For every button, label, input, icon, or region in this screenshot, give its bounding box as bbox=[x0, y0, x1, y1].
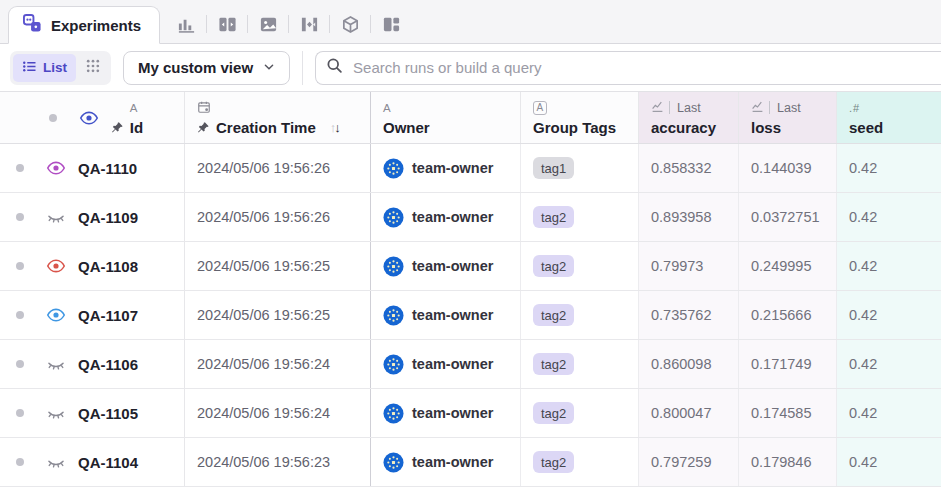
owner-avatar bbox=[383, 256, 404, 277]
float-type-icon: .# bbox=[849, 102, 860, 114]
widgets-icon[interactable] bbox=[371, 9, 411, 39]
datetime-type-icon bbox=[197, 100, 211, 116]
float-series-type-icon bbox=[751, 100, 764, 115]
group-tag[interactable]: tag1 bbox=[533, 157, 574, 179]
compare-icon[interactable] bbox=[207, 9, 247, 39]
artifacts-icon[interactable] bbox=[330, 9, 370, 39]
float-series-type-icon bbox=[651, 100, 664, 115]
string-set-type-icon: A bbox=[533, 101, 547, 115]
owner-name: team-owner bbox=[412, 454, 493, 470]
group-tag[interactable]: tag2 bbox=[533, 353, 574, 375]
eye-icon[interactable] bbox=[46, 256, 66, 276]
header-id[interactable]: A Id bbox=[0, 92, 185, 143]
eye-icon[interactable] bbox=[46, 207, 66, 227]
owner-name: team-owner bbox=[412, 258, 493, 274]
eye-icon[interactable] bbox=[46, 354, 66, 374]
table-row[interactable]: QA-1110 2024/05/06 19:56:26 team-owner t… bbox=[0, 144, 941, 193]
owner-name: team-owner bbox=[412, 405, 493, 421]
header-loss-label: loss bbox=[751, 119, 781, 136]
parallel-coordinates-icon[interactable] bbox=[289, 9, 329, 39]
group-tag[interactable]: tag2 bbox=[533, 206, 574, 228]
owner-avatar bbox=[383, 354, 404, 375]
loss-value: 0.0372751 bbox=[751, 209, 820, 225]
accuracy-value: 0.735762 bbox=[651, 307, 711, 323]
seed-value: 0.42 bbox=[849, 209, 877, 225]
eye-icon[interactable] bbox=[46, 403, 66, 423]
pin-icon bbox=[111, 121, 124, 134]
accuracy-value: 0.797259 bbox=[651, 454, 711, 470]
sort-icons[interactable]: ↑↓ bbox=[330, 120, 339, 135]
header-creation-time[interactable]: Creation Time ↑↓ bbox=[185, 92, 371, 143]
header-owner[interactable]: A Owner bbox=[371, 92, 521, 143]
header-group-tags[interactable]: A Group Tags bbox=[521, 92, 639, 143]
accuracy-value: 0.79973 bbox=[651, 258, 703, 274]
search-box[interactable] bbox=[315, 51, 941, 85]
string-type-icon: A bbox=[130, 102, 138, 114]
search-icon bbox=[326, 57, 343, 78]
owner-avatar bbox=[383, 452, 404, 473]
row-bullet bbox=[16, 262, 24, 270]
toolbar: List My custom view bbox=[0, 44, 941, 91]
list-view-button[interactable]: List bbox=[13, 54, 76, 82]
owner-name: team-owner bbox=[412, 209, 493, 225]
table-row[interactable]: QA-1105 2024/05/06 19:56:24 team-owner t… bbox=[0, 389, 941, 438]
tab-experiments[interactable]: Experiments bbox=[8, 6, 160, 44]
aggregation-label: Last bbox=[777, 101, 801, 115]
charts-icon[interactable] bbox=[166, 9, 206, 39]
header-accuracy[interactable]: Last accuracy bbox=[639, 92, 739, 143]
owner-avatar bbox=[383, 207, 404, 228]
eye-icon[interactable] bbox=[46, 158, 66, 178]
table-row[interactable]: QA-1108 2024/05/06 19:56:25 team-owner t… bbox=[0, 242, 941, 291]
table-row[interactable]: QA-1106 2024/05/06 19:56:24 team-owner t… bbox=[0, 340, 941, 389]
grid-icon bbox=[85, 58, 101, 77]
run-id[interactable]: QA-1108 bbox=[78, 258, 138, 275]
row-bullet bbox=[49, 114, 57, 122]
row-bullet bbox=[16, 164, 24, 172]
run-id[interactable]: QA-1106 bbox=[78, 356, 138, 373]
table-row[interactable]: QA-1109 2024/05/06 19:56:26 team-owner t… bbox=[0, 193, 941, 242]
search-input[interactable] bbox=[353, 59, 931, 76]
view-mode-switcher: List bbox=[10, 51, 111, 85]
group-tag[interactable]: tag2 bbox=[533, 304, 574, 326]
owner-avatar bbox=[383, 158, 404, 179]
loss-value: 0.171749 bbox=[751, 356, 811, 372]
eye-icon[interactable] bbox=[46, 452, 66, 472]
header-group-tags-label: Group Tags bbox=[533, 119, 616, 136]
visibility-eye-icon[interactable] bbox=[79, 108, 99, 128]
table-row[interactable]: QA-1107 2024/05/06 19:56:25 team-owner t… bbox=[0, 291, 941, 340]
aggregation-label: Last bbox=[677, 101, 701, 115]
owner-name: team-owner bbox=[412, 356, 493, 372]
table-row[interactable]: QA-1104 2024/05/06 19:56:23 team-owner t… bbox=[0, 438, 941, 487]
row-bullet bbox=[16, 311, 24, 319]
run-id[interactable]: QA-1107 bbox=[78, 307, 138, 324]
images-icon[interactable] bbox=[248, 9, 288, 39]
header-owner-label: Owner bbox=[383, 119, 430, 136]
run-id[interactable]: QA-1104 bbox=[78, 454, 138, 471]
owner-avatar bbox=[383, 403, 404, 424]
run-id[interactable]: QA-1110 bbox=[78, 160, 137, 177]
eye-icon[interactable] bbox=[46, 305, 66, 325]
creation-time-value: 2024/05/06 19:56:23 bbox=[197, 454, 330, 470]
tab-experiments-label: Experiments bbox=[51, 17, 141, 34]
creation-time-value: 2024/05/06 19:56:26 bbox=[197, 209, 330, 225]
header-id-label: Id bbox=[130, 119, 143, 136]
run-id[interactable]: QA-1109 bbox=[78, 209, 138, 226]
chevron-down-icon bbox=[263, 59, 275, 76]
view-selector[interactable]: My custom view bbox=[123, 51, 290, 85]
creation-time-value: 2024/05/06 19:56:25 bbox=[197, 307, 330, 323]
creation-time-value: 2024/05/06 19:56:24 bbox=[197, 405, 330, 421]
grid-view-button[interactable] bbox=[78, 54, 108, 81]
group-tag[interactable]: tag2 bbox=[533, 255, 574, 277]
string-type-icon: A bbox=[383, 102, 391, 114]
row-bullet bbox=[16, 409, 24, 417]
run-id[interactable]: QA-1105 bbox=[78, 405, 138, 422]
group-tag[interactable]: tag2 bbox=[533, 451, 574, 473]
list-icon bbox=[22, 59, 37, 77]
seed-value: 0.42 bbox=[849, 160, 877, 176]
header-loss[interactable]: Last loss bbox=[739, 92, 837, 143]
seed-value: 0.42 bbox=[849, 258, 877, 274]
group-tag[interactable]: tag2 bbox=[533, 402, 574, 424]
header-seed[interactable]: .# seed bbox=[837, 92, 941, 143]
creation-time-value: 2024/05/06 19:56:24 bbox=[197, 356, 330, 372]
accuracy-value: 0.800047 bbox=[651, 405, 711, 421]
